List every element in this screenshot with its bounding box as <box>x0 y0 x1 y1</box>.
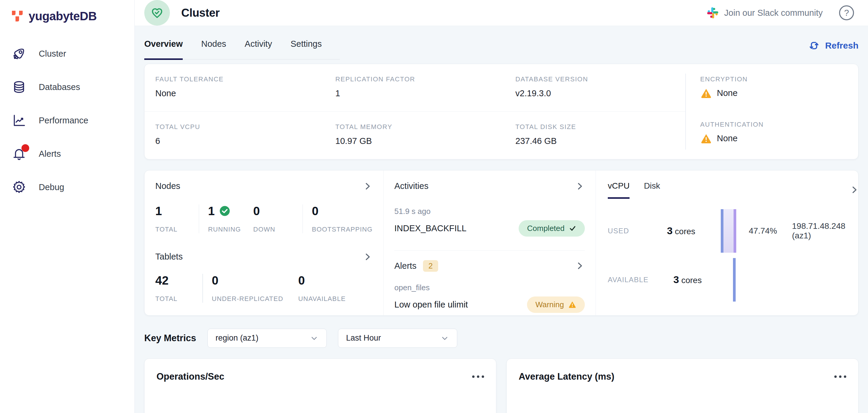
tablets-panel-title: Tablets <box>155 252 183 262</box>
encryption-stat: ENCRYPTION None <box>700 75 858 99</box>
yugabyte-logo-icon <box>10 9 25 23</box>
activity-row: INDEX_BACKFILL Completed <box>394 220 585 236</box>
activity-name: INDEX_BACKFILL <box>394 223 466 233</box>
help-icon[interactable]: ? <box>838 4 855 21</box>
total-vcpu-stat: TOTAL VCPU 6 <box>155 123 335 146</box>
slack-community-link[interactable]: Join our Slack community <box>707 6 823 19</box>
database-version-stat: DATABASE VERSION v2.19.3.0 <box>516 75 685 98</box>
topbar: Cluster <box>135 0 868 26</box>
key-metrics-toolbar: Key Metrics region (az1) Last Hour <box>144 329 859 348</box>
svg-text:?: ? <box>844 8 849 18</box>
database-icon <box>12 80 26 94</box>
total-memory-stat: TOTAL MEMORY 10.97 GB <box>335 123 516 146</box>
usage-row-used: USED 3 cores 47.74% 198.71.48.248 (az1) <box>608 206 859 255</box>
logo-text: yugabyteDB <box>29 9 97 23</box>
sidebar-item-label: Alerts <box>39 149 61 159</box>
warning-triangle-icon <box>700 87 712 99</box>
tab-activity[interactable]: Activity <box>245 35 272 60</box>
latency-card-title: Average Latency (ms) <box>519 371 614 382</box>
sidebar-item-label: Databases <box>39 82 80 92</box>
tablets-under-replicated-value: 0 <box>212 274 299 287</box>
cluster-summary-card: FAULT TOLERANCE None REPLICATION FACTOR … <box>144 64 859 159</box>
performance-chart-icon <box>12 113 26 128</box>
overview-card: Nodes 1 TOTAL 1 <box>144 170 859 316</box>
logo[interactable]: yugabyteDB <box>0 0 134 23</box>
page-title: Cluster <box>181 6 220 19</box>
warning-triangle-icon <box>700 133 712 145</box>
chevron-down-icon <box>310 334 319 343</box>
usage-row-available: AVAILABLE 3 cores <box>608 255 859 304</box>
chevron-right-icon[interactable] <box>575 181 585 191</box>
tab-nodes[interactable]: Nodes <box>201 35 226 60</box>
main-area: Cluster <box>135 0 868 413</box>
usage-panel-header: vCPU Disk <box>608 181 859 199</box>
tablets-panel-header: Tablets <box>155 252 373 262</box>
tablets-unavailable-value: 0 <box>299 274 346 287</box>
nodes-panel-title: Nodes <box>155 181 180 191</box>
tablets-total-value: 42 <box>155 274 193 287</box>
region-select[interactable]: region (az1) <box>208 329 327 348</box>
used-bar <box>721 209 736 253</box>
slack-link-label: Join our Slack community <box>724 8 823 18</box>
sidebar-item-label: Debug <box>39 182 64 192</box>
rocket-icon <box>12 46 26 61</box>
refresh-button[interactable]: Refresh <box>808 39 859 60</box>
activity-time: 51.9 s ago <box>394 207 585 216</box>
chevron-right-icon[interactable] <box>849 185 859 195</box>
chevron-right-icon[interactable] <box>363 181 373 191</box>
alert-row: Low open file ulimit Warning <box>394 296 585 313</box>
nodes-running-value: 1 <box>208 204 253 218</box>
bell-icon <box>12 147 26 161</box>
tab-vcpu[interactable]: vCPU <box>608 181 629 199</box>
replication-factor-stat: REPLICATION FACTOR 1 <box>335 75 516 98</box>
nodes-stats: 1 TOTAL 1 <box>155 204 373 233</box>
alerts-count-badge: 2 <box>423 260 438 272</box>
alerts-panel-header: Alerts 2 <box>394 260 585 272</box>
nodes-total-value: 1 <box>155 204 190 218</box>
sidebar-item-performance[interactable]: Performance <box>0 104 134 137</box>
sidebar-item-alerts[interactable]: Alerts <box>0 137 134 170</box>
tablets-stats: 42 TOTAL 0 UNDER-REPLICATED 0 UNAVAILABL… <box>155 274 373 303</box>
sidebar: yugabyteDB Cluster <box>0 0 135 413</box>
check-circle-icon <box>219 205 231 217</box>
operations-per-sec-card: Operations/Sec <box>144 358 496 413</box>
sidebar-item-debug[interactable]: Debug <box>0 170 134 204</box>
sidebar-item-label: Performance <box>39 116 88 125</box>
operations-card-title: Operations/Sec <box>156 371 224 382</box>
activities-panel-title: Activities <box>394 181 428 191</box>
total-disk-stat: TOTAL DISK SIZE 237.46 GB <box>516 123 685 146</box>
authentication-stat: AUTHENTICATION None <box>700 121 858 145</box>
sidebar-item-label: Cluster <box>39 49 66 59</box>
more-options-icon[interactable] <box>472 371 484 378</box>
available-bar <box>733 258 736 301</box>
activities-panel-header: Activities <box>394 181 585 191</box>
alert-message: Low open file ulimit <box>394 300 468 310</box>
content: Overview Nodes Activity Settings R <box>135 26 868 413</box>
alerts-panel-title: Alerts <box>394 261 416 271</box>
more-options-icon[interactable] <box>834 371 846 378</box>
status-badge-completed: Completed <box>519 220 585 236</box>
nodes-bootstrapping-value: 0 <box>312 204 373 218</box>
average-latency-card: Average Latency (ms) <box>506 358 859 413</box>
chevron-right-icon[interactable] <box>575 261 585 271</box>
alert-notification-dot <box>22 144 29 152</box>
tab-disk[interactable]: Disk <box>644 181 660 199</box>
refresh-icon <box>808 39 820 52</box>
used-node-address: 198.71.48.248 (az1) <box>792 221 859 241</box>
app-root: yugabyteDB Cluster <box>0 0 868 413</box>
fault-tolerance-stat: FAULT TOLERANCE None <box>155 75 335 98</box>
used-percent: 47.74% <box>749 226 777 236</box>
chevron-down-icon <box>440 334 449 343</box>
alert-key: open_files <box>394 283 585 292</box>
sidebar-item-databases[interactable]: Databases <box>0 70 134 104</box>
sidebar-item-cluster[interactable]: Cluster <box>0 37 134 70</box>
sidebar-nav: Cluster Databases <box>0 37 134 204</box>
nodes-panel-header: Nodes <box>155 181 373 191</box>
chevron-right-icon[interactable] <box>363 252 373 262</box>
cluster-health-icon <box>144 0 170 26</box>
tab-settings[interactable]: Settings <box>290 35 322 60</box>
slack-icon <box>707 6 719 19</box>
refresh-label: Refresh <box>825 40 859 51</box>
time-range-select[interactable]: Last Hour <box>338 329 457 348</box>
tab-overview[interactable]: Overview <box>144 35 183 60</box>
